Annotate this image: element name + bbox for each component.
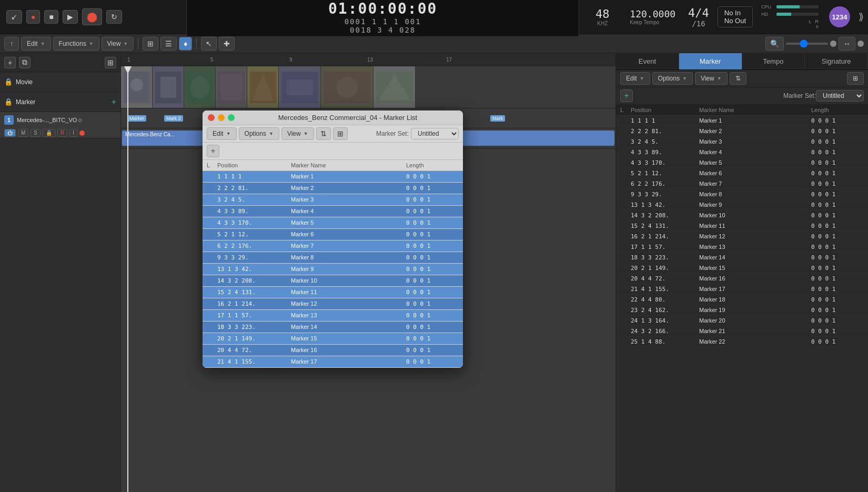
mw-table-row[interactable]: 4 3 3 89. Marker 4 0 0 0 1 [203,206,463,217]
mw-table-row[interactable]: 16 2 1 214. Marker 12 0 0 0 1 [203,298,463,310]
rp-table-row[interactable]: 4 3 3 89. Marker 4 0 0 0 1 [616,147,868,158]
record-button[interactable]: ● [26,10,40,24]
rp-row-l [620,296,631,303]
duplicate-track-button[interactable]: ⧉ [19,57,31,68]
mw-table-row[interactable]: 15 2 4 131. Marker 11 0 0 0 1 [203,287,463,298]
marker-set-select[interactable]: Untitled [816,90,864,102]
mw-table-row[interactable]: 20 4 4 72. Marker 16 0 0 0 1 [203,345,463,356]
mw-table-row[interactable]: 13 1 3 42. Marker 9 0 0 0 1 [203,264,463,275]
cycle-button[interactable]: ↻ [106,10,122,24]
zoom-slider[interactable] [786,43,828,45]
rp-table-row[interactable]: 20 2 1 149. Marker 15 0 0 0 1 [616,263,868,274]
play-button[interactable]: ▶ [63,10,78,24]
rp-table-row[interactable]: 24 1 3 164. Marker 20 0 0 0 1 [616,316,868,326]
record2-button[interactable]: ⬤ [82,8,102,25]
rp-table-settings-button[interactable]: ⊞ [847,72,864,85]
rp-table-row[interactable]: 4 3 3 170. Marker 5 0 0 0 1 [616,158,868,168]
rp-row-pos: 2 2 2 81. [631,128,699,135]
tab-event[interactable]: Event [616,53,679,69]
rp-row-pos: 16 2 1 214. [631,233,699,240]
rp-table-row[interactable]: 15 2 4 131. Marker 11 0 0 0 1 [616,221,868,232]
mw-table-row[interactable]: 5 2 1 12. Marker 6 0 0 0 1 [203,229,463,240]
mw-table-row[interactable]: 17 1 1 57. Marker 13 0 0 0 1 [203,310,463,322]
stop-button[interactable]: ■ [44,10,58,24]
rp-row-l [620,265,631,272]
rp-row-l [620,180,631,187]
rp-table-row[interactable]: 9 3 3 29. Marker 8 0 0 0 1 [616,189,868,200]
mw-table-icon-button[interactable]: ⊞ [333,127,348,140]
add-tool-button[interactable]: ✚ [219,37,235,51]
track-s-button[interactable]: S [31,129,41,137]
mw-sort-button[interactable]: ⇅ [316,127,331,140]
mw-marker-set-select[interactable]: Untitled [411,128,459,139]
track-lock-button[interactable]: 🔒 [43,129,55,137]
mw-options-button[interactable]: Options ▼ [239,127,279,140]
rp-table-row[interactable]: 18 3 3 223. Marker 14 0 0 0 1 [616,253,868,263]
rp-table-row[interactable]: 16 2 1 214. Marker 12 0 0 0 1 [616,232,868,242]
list-view-button[interactable]: ☰ [160,37,177,51]
rp-table-row[interactable]: 17 1 1 57. Marker 13 0 0 0 1 [616,242,868,253]
mw-table-row[interactable]: 3 2 4 5. Marker 3 0 0 0 1 [203,194,463,206]
mw-table-row[interactable]: 21 4 1 155. Marker 17 0 0 0 1 [203,356,463,368]
edit-button[interactable]: Edit ▼ [21,37,51,51]
add-track-button[interactable]: + [4,57,16,68]
pointer-tool-button[interactable]: ↖ [201,37,217,51]
rp-view-button[interactable]: View ▼ [695,72,728,85]
rp-sort-button[interactable]: ⇅ [730,72,746,85]
track-i-button[interactable]: I [69,129,77,137]
window-close-button[interactable] [208,114,215,121]
mw-table-row[interactable]: 4 3 3 170. Marker 5 0 0 0 1 [203,217,463,229]
mw-table-row[interactable]: 1 1 1 1 Marker 1 0 0 0 1 [203,171,463,183]
rp-table-row[interactable]: 13 1 3 42. Marker 9 0 0 0 1 [616,200,868,210]
functions-button[interactable]: Functions ▼ [53,37,99,51]
toolbar-back-button[interactable]: ↑ [4,37,19,51]
mw-table-row[interactable]: 2 2 2 81. Marker 2 0 0 0 1 [203,183,463,194]
rewind-button[interactable]: ↙ [6,10,22,24]
rp-edit-button[interactable]: Edit ▼ [620,72,650,85]
forward-button[interactable]: ⟫ [854,11,868,23]
rp-add-marker-button[interactable]: + [620,89,633,102]
rp-options-button[interactable]: Options ▼ [652,72,693,85]
zoom-link-button[interactable]: ↔ [839,37,855,51]
rp-table-row[interactable]: 24 3 2 166. Marker 21 0 0 0 1 [616,326,868,337]
mw-add-marker-button[interactable]: + [207,145,219,157]
mw-table-row[interactable]: 14 3 2 208. Marker 10 0 0 0 1 [203,275,463,287]
midi-button[interactable]: ♦ [179,37,192,51]
track-m-button[interactable]: M [18,129,28,137]
track-title: Mercedes-..._BITC_VO [17,117,77,123]
rp-table-row[interactable]: 21 4 1 155. Marker 17 0 0 0 1 [616,284,868,295]
user-avatar[interactable]: 1234 [829,6,850,27]
mw-table-row[interactable]: 6 2 2 176. Marker 7 0 0 0 1 [203,240,463,252]
window-minimize-button[interactable] [218,114,225,121]
rp-table-row[interactable]: 23 2 4 162. Marker 19 0 0 0 1 [616,305,868,316]
rp-table-row[interactable]: 6 2 2 176. Marker 7 0 0 0 1 [616,179,868,189]
mw-table-row[interactable]: 9 3 3 29. Marker 8 0 0 0 1 [203,252,463,264]
track-settings-button[interactable]: ⊞ [105,57,116,68]
mw-view-button[interactable]: View ▼ [281,127,314,140]
add-marker-button[interactable]: + [112,97,116,107]
tab-signature[interactable]: Signature [805,53,868,69]
tab-tempo[interactable]: Tempo [742,53,805,69]
zoom-out-button[interactable]: 🔍 [765,37,784,51]
tab-marker[interactable]: Marker [679,53,742,69]
rp-table-row[interactable]: 22 4 4 80. Marker 18 0 0 0 1 [616,295,868,305]
rp-table-row[interactable]: 1 1 1 1 Marker 1 0 0 0 1 [616,116,868,126]
bpm-value: 48 [596,7,610,21]
mw-table-row[interactable]: 20 2 1 149. Marker 15 0 0 0 1 [203,333,463,345]
rp-table-row[interactable]: 14 3 2 208. Marker 10 0 0 0 1 [616,210,868,221]
mw-edit-button[interactable]: Edit ▼ [207,127,237,140]
rp-table-row[interactable]: 20 4 4 72. Marker 16 0 0 0 1 [616,274,868,284]
window-maximize-button[interactable] [228,114,235,121]
mw-table-row[interactable]: 18 3 3 223. Marker 14 0 0 0 1 [203,322,463,333]
view-button[interactable]: View ▼ [102,37,134,51]
mw-row-name: Marker 17 [291,358,406,365]
grid-view-button[interactable]: ⊞ [143,37,158,51]
rp-table-row[interactable]: 25 1 4 88. Marker 22 0 0 0 1 [616,337,868,347]
track-power-button[interactable]: ⏻ [4,129,16,137]
track-r-button[interactable]: R [57,129,67,137]
rp-table-row[interactable]: 3 2 4 5. Marker 3 0 0 0 1 [616,137,868,147]
zoom-control: 🔍 ↔ [765,37,864,51]
rp-table-row[interactable]: 2 2 2 81. Marker 2 0 0 0 1 [616,126,868,137]
rp-table-row[interactable]: 5 2 1 12. Marker 6 0 0 0 1 [616,168,868,179]
rp-row-l [620,307,631,314]
